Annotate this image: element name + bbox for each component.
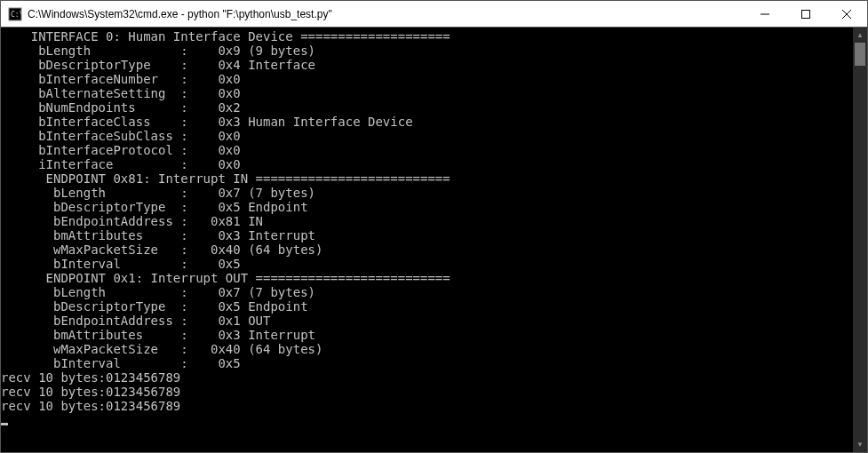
terminal-output[interactable]: INTERFACE 0: Human Interface Device ====…	[1, 28, 852, 452]
window-title: C:\Windows\System32\cmd.exe - python "F:…	[28, 8, 332, 20]
scrollbar[interactable]: ▲ ▼	[852, 28, 867, 452]
minimize-button[interactable]	[745, 1, 785, 28]
scroll-down-arrow[interactable]: ▼	[853, 437, 867, 452]
scroll-thumb[interactable]	[855, 43, 865, 66]
maximize-button[interactable]	[785, 1, 826, 28]
scroll-up-arrow[interactable]: ▲	[853, 28, 867, 43]
svg-rect-3	[802, 10, 810, 18]
cursor	[1, 423, 8, 425]
app-icon: C:\	[8, 7, 22, 21]
terminal-area: INTERFACE 0: Human Interface Device ====…	[1, 28, 867, 452]
close-button[interactable]	[826, 1, 867, 28]
titlebar[interactable]: C:\ C:\Windows\System32\cmd.exe - python…	[1, 1, 867, 28]
svg-text:C:\: C:\	[11, 11, 22, 19]
